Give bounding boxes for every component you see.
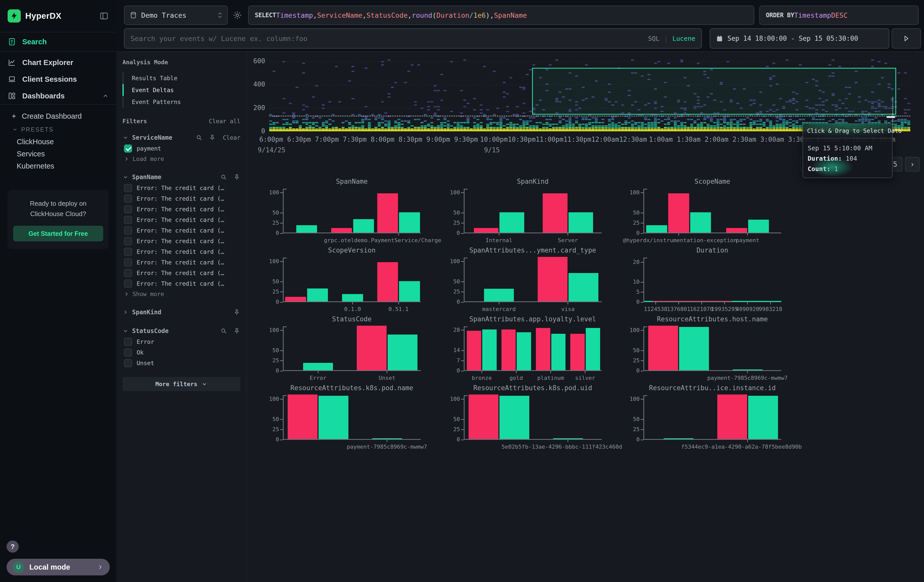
- filter-checkbox-row[interactable]: Error: The credit card (…: [122, 257, 240, 268]
- chevron-right-icon: [124, 156, 130, 162]
- chart-plot[interactable]: 025501000.1.00.51.1: [283, 257, 421, 302]
- search-icon[interactable]: [220, 327, 227, 335]
- chart-plot[interactable]: 071428bronzegoldplatinumsilver: [464, 326, 602, 371]
- chart-plot[interactable]: 02550100InternalServer: [464, 189, 602, 233]
- clear-filter-button[interactable]: Clear: [223, 134, 240, 141]
- load-more-button[interactable]: Load more: [122, 154, 240, 164]
- mode-event-patterns[interactable]: Event Patterns: [122, 96, 240, 108]
- filter-checkbox-row[interactable]: Error: [122, 336, 240, 347]
- mode-event-deltas[interactable]: Event Deltas: [122, 84, 240, 96]
- search-icon[interactable]: [220, 173, 227, 181]
- more-filters-button[interactable]: More filters: [122, 377, 240, 391]
- chevron-right-icon: [97, 564, 104, 570]
- pin-icon[interactable]: [233, 173, 240, 181]
- order-by-input[interactable]: ORDER BY Timestamp DESC: [759, 6, 919, 25]
- preset-kubernetes[interactable]: Kubernetes: [0, 160, 116, 172]
- filter-checkbox-row[interactable]: Error: The credit card (…: [122, 279, 240, 289]
- filter-group-header[interactable]: ServiceNameClear: [122, 132, 240, 143]
- filter-checkbox-row[interactable]: Error: The credit card (…: [122, 268, 240, 279]
- lang-toggle-sql[interactable]: SQL: [648, 35, 659, 42]
- run-query-button[interactable]: [892, 28, 921, 49]
- chart-plot[interactable]: 02550100payment-7985c8969c-mwmw7: [283, 395, 421, 440]
- local-mode-button[interactable]: U Local mode: [7, 559, 110, 575]
- chart-plot[interactable]: 02550100grpc.oteldemo.PaymentService/Cha…: [283, 189, 421, 233]
- pin-icon[interactable]: [209, 134, 216, 141]
- chevron-down-icon[interactable]: [122, 174, 129, 180]
- filter-checkbox-row[interactable]: Error: The credit card (…: [122, 204, 240, 214]
- checkbox-unchecked[interactable]: [124, 258, 132, 267]
- checkbox-unchecked[interactable]: [124, 205, 132, 213]
- chevron-right-icon[interactable]: [122, 309, 129, 315]
- checkbox-unchecked[interactable]: [124, 280, 132, 288]
- help-button[interactable]: ?: [7, 541, 19, 552]
- y-axis-label: 0: [442, 298, 460, 305]
- create-dashboard-button[interactable]: Create Dashboard: [0, 109, 116, 124]
- search-input[interactable]: Search your events w/ Lucene ex. column:…: [124, 28, 702, 49]
- lang-toggle-lucene[interactable]: Lucene: [673, 35, 695, 42]
- chart-plot[interactable]: 02550100f5344ec9-a1ea-4290-a62a-78f5bee8…: [644, 395, 781, 440]
- search-icon[interactable]: [196, 134, 203, 141]
- collapse-sidebar-icon[interactable]: [99, 11, 109, 21]
- y-axis-label: 25: [261, 289, 279, 295]
- sql-query-input[interactable]: SELECT Timestamp, ServiceName, StatusCod…: [248, 6, 754, 25]
- sidebar-item-client-sessions[interactable]: Client Sessions: [0, 71, 116, 87]
- pin-icon[interactable]: [233, 327, 240, 335]
- chevron-up-icon[interactable]: [102, 92, 109, 99]
- filter-group-header[interactable]: SpanKind: [122, 307, 240, 318]
- filter-checkbox-row[interactable]: Error: The credit card (…: [122, 183, 240, 193]
- filter-group-header[interactable]: StatusCode: [122, 325, 240, 336]
- chevron-down-icon[interactable]: [122, 328, 129, 334]
- pin-icon[interactable]: [233, 309, 240, 316]
- x-axis-label: 4090920: [736, 306, 759, 312]
- filter-checkbox-row[interactable]: Error: The credit card (…: [122, 236, 240, 246]
- chart-plot[interactable]: 02550100mastercardvisa: [464, 257, 602, 302]
- flat-series-red: [653, 301, 732, 302]
- x-axis-label: 1124538: [644, 306, 667, 312]
- checkbox-unchecked[interactable]: [124, 338, 132, 346]
- sidebar-item-search[interactable]: Search: [0, 32, 116, 52]
- filter-checkbox-row[interactable]: payment: [122, 143, 240, 154]
- chart-plot[interactable]: 025501005e02b5fb-13ae-4296-bbbc-111f423c…: [464, 395, 602, 440]
- get-started-button[interactable]: Get Started for Free: [13, 226, 103, 241]
- filter-group-header[interactable]: SpanName: [122, 171, 240, 183]
- date-range-picker[interactable]: Sep 14 18:00:00 - Sep 15 05:30:00: [710, 28, 889, 49]
- x-axis-tick: [387, 370, 387, 373]
- checkbox-unchecked[interactable]: [124, 226, 132, 234]
- checkbox-unchecked[interactable]: [124, 237, 132, 245]
- checkbox-unchecked[interactable]: [124, 195, 132, 203]
- chart-plot[interactable]: 0510201124538137680116210701993529540909…: [644, 257, 781, 302]
- load-more-button[interactable]: Show more: [122, 289, 240, 299]
- chart-plot[interactable]: 02550100@hyperdx/instrumentation-excepti…: [644, 189, 781, 233]
- filter-checkbox-row[interactable]: Error: The credit card (…: [122, 193, 240, 204]
- preset-clickhouse[interactable]: ClickHouse: [0, 136, 116, 148]
- sidebar-item-chart-explorer[interactable]: Chart Explorer: [0, 54, 116, 71]
- x-axis-label: 19935295: [711, 306, 738, 312]
- filter-checkbox-row[interactable]: Error: The credit card (…: [122, 225, 240, 236]
- preset-services[interactable]: Services: [0, 148, 116, 160]
- checkbox-unchecked[interactable]: [124, 216, 132, 224]
- source-select[interactable]: Demo Traces: [124, 6, 228, 25]
- checkbox-unchecked[interactable]: [124, 248, 132, 256]
- chart-title: ResourceAttributes.k8s.pod.uid: [464, 384, 602, 392]
- gear-icon[interactable]: [231, 9, 243, 21]
- x-axis-tick: [387, 439, 387, 442]
- filter-checkbox-row[interactable]: Unset: [122, 358, 240, 368]
- checkbox-checked[interactable]: [124, 145, 132, 153]
- presets-toggle[interactable]: PRESETS: [0, 124, 116, 136]
- chart-plot[interactable]: 02550100ErrorUnset: [283, 326, 421, 371]
- filter-checkbox-row[interactable]: Ok: [122, 347, 240, 358]
- chevron-down-icon[interactable]: [122, 135, 129, 141]
- sidebar-item-dashboards[interactable]: Dashboards: [0, 87, 116, 104]
- bar-green: [748, 220, 769, 232]
- heatmap-selection-rect[interactable]: [532, 68, 896, 115]
- checkbox-unchecked[interactable]: [124, 348, 132, 356]
- clear-all-button[interactable]: Clear all: [209, 118, 240, 125]
- chart-plot[interactable]: 02550100payment-7985c8969c-mwmw7: [644, 326, 781, 371]
- filter-checkbox-row[interactable]: Error: The credit card (…: [122, 246, 240, 257]
- checkbox-unchecked[interactable]: [124, 359, 132, 367]
- page-next-button[interactable]: ›: [905, 157, 920, 171]
- mode-results-table[interactable]: Results Table: [122, 72, 240, 84]
- filter-checkbox-row[interactable]: Error: The credit card (…: [122, 214, 240, 225]
- checkbox-unchecked[interactable]: [124, 269, 132, 277]
- checkbox-unchecked[interactable]: [124, 184, 132, 192]
